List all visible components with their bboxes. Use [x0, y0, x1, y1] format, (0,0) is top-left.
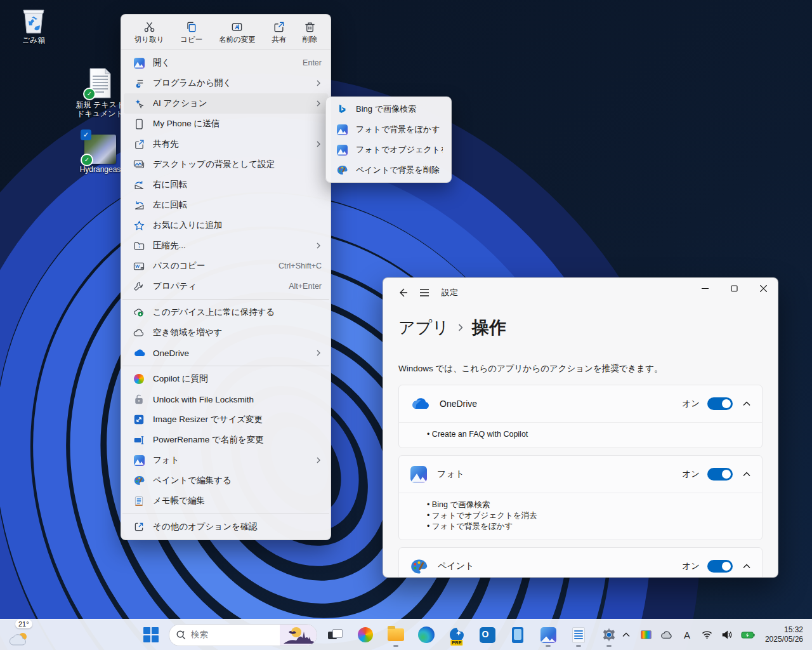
toggle-state-label: オン — [682, 398, 700, 409]
copilot-button[interactable] — [353, 622, 378, 647]
ime-mode-indicator[interactable]: A — [680, 622, 694, 647]
ai-actions-icon — [133, 98, 145, 109]
photos-icon — [133, 455, 145, 466]
paint-icon — [410, 559, 428, 574]
menu-item-photos[interactable]: フォト — [124, 450, 328, 470]
tray-onedrive-icon[interactable] — [660, 622, 674, 647]
menu-item-file-locksmith[interactable]: Unlock with File Locksmith — [124, 389, 328, 409]
phone-link-button[interactable] — [505, 622, 530, 647]
page-description: Windows では、これらのアプリからのアクションを推奨できます。 — [383, 339, 778, 375]
menu-item-rotate-left[interactable]: 左に回転 — [124, 195, 328, 215]
action-item: フォトでオブジェクトを消去 — [427, 510, 750, 521]
menu-item-powerrename[interactable]: PowerRename で名前を変更 — [124, 430, 328, 450]
copy-button[interactable]: コピー — [176, 19, 206, 46]
menu-item-show-more-options[interactable]: その他のオプションを確認 — [124, 517, 328, 537]
clock-date: 2025/05/26 — [765, 635, 803, 644]
start-button[interactable] — [138, 622, 164, 647]
action-item: Bing で画像検索 — [427, 500, 750, 510]
menu-item-set-as-background[interactable]: デスクトップの背景として設定 — [124, 154, 328, 175]
navigation-menu-button[interactable] — [414, 283, 435, 302]
submenu-item-bing-visual-search[interactable]: Bing で画像検索 — [328, 99, 449, 119]
favorites-star-icon — [133, 220, 145, 231]
back-button[interactable] — [392, 283, 414, 302]
photos-icon — [336, 124, 348, 135]
tray-chevron-up[interactable] — [619, 622, 633, 647]
card-photos-header[interactable]: フォト オン — [399, 456, 762, 493]
maximize-button[interactable] — [719, 278, 749, 299]
menu-item-edit-with-notepad[interactable]: メモ帳で編集 — [124, 491, 328, 511]
photos-button[interactable] — [535, 622, 561, 647]
menu-item-open-with[interactable]: プログラムから開く — [124, 73, 328, 93]
submenu-item-photos-erase-objects[interactable]: フォトでオブジェクトを消去 — [328, 140, 449, 160]
menu-item-onedrive[interactable]: OneDrive — [124, 343, 328, 363]
settings-window: 設定 アプリ 操作 Windows では、これらのアプリからのアクションを推奨で… — [383, 277, 778, 578]
rotate-right-icon — [133, 180, 145, 190]
rename-icon: A — [231, 21, 243, 33]
menu-item-compress-to[interactable]: 圧縮先... — [124, 235, 328, 256]
menu-separator — [122, 514, 329, 514]
menu-item-ai-actions[interactable]: AI アクション — [124, 93, 328, 114]
task-view-button[interactable] — [322, 622, 348, 647]
settings-button[interactable] — [596, 622, 622, 647]
menu-item-rotate-right[interactable]: 右に回転 — [124, 175, 328, 195]
menu-item-share-to[interactable]: 共有先 — [124, 134, 328, 154]
menu-item-always-keep-on-device[interactable]: このデバイス上に常に保持する — [124, 302, 328, 322]
battery-icon[interactable] — [741, 622, 755, 647]
toggle-state-label: オン — [682, 468, 700, 480]
outlook-button[interactable] — [475, 622, 500, 647]
volume-icon[interactable] — [721, 622, 735, 647]
notepad-button[interactable] — [566, 622, 591, 647]
card-photos-actions: Bing で画像検索 フォトでオブジェクトを消去 フォトで背景をぼかす — [399, 493, 762, 540]
share-icon — [133, 139, 145, 150]
close-button[interactable] — [749, 278, 778, 299]
chevron-up-icon[interactable] — [743, 564, 750, 569]
clock[interactable]: 15:32 2025/05/26 — [761, 625, 807, 644]
wifi-icon[interactable] — [700, 622, 714, 647]
minimize-button[interactable] — [690, 278, 719, 299]
photos-icon — [410, 466, 427, 482]
delete-button[interactable]: 削除 — [299, 19, 321, 46]
menu-item-add-to-favorites[interactable]: お気に入りに追加 — [124, 215, 328, 235]
menu-item-open[interactable]: 開く Enter — [124, 53, 328, 73]
settings-gear-icon — [601, 627, 617, 643]
breadcrumb-apps[interactable]: アプリ — [398, 317, 449, 339]
menu-separator — [122, 299, 329, 300]
desktop-icon-recycle-bin[interactable]: ごみ箱 — [6, 5, 61, 44]
onedrive-toggle[interactable] — [707, 397, 733, 410]
image-resizer-icon — [133, 415, 145, 425]
copilot-icon — [133, 374, 145, 384]
cloud-outline-icon — [133, 329, 145, 337]
chevron-up-icon[interactable] — [743, 472, 750, 477]
toggle-state-label: オン — [682, 560, 700, 572]
window-title: 設定 — [442, 287, 458, 298]
preview-app-button[interactable]: PRE — [444, 622, 469, 647]
tray-display-app-icon[interactable] — [639, 622, 653, 647]
submenu-item-paint-remove-background[interactable]: ペイントで背景を削除 — [328, 160, 449, 180]
rename-button[interactable]: A 名前の変更 — [215, 19, 259, 46]
submenu-item-photos-blur-background[interactable]: フォトで背景をぼかす — [328, 119, 449, 140]
menu-item-send-to-my-phone[interactable]: My Phone に送信 — [124, 114, 328, 134]
widgets-weather-button[interactable]: 21° — [6, 621, 44, 649]
menu-item-properties[interactable]: プロパティ Alt+Enter — [124, 276, 328, 296]
photos-toggle[interactable] — [707, 468, 733, 481]
menu-item-copy-path[interactable]: パスのコピー Ctrl+Shift+C — [124, 256, 328, 276]
share-button[interactable]: 共有 — [268, 19, 290, 46]
file-explorer-button[interactable] — [383, 622, 409, 647]
edge-button[interactable] — [414, 622, 439, 647]
breadcrumb: アプリ 操作 — [383, 307, 778, 339]
edge-icon — [418, 627, 435, 643]
menu-item-ask-copilot[interactable]: Copilot に質問 — [124, 369, 328, 389]
menu-item-image-resizer[interactable]: Image Resizer でサイズ変更 — [124, 409, 328, 430]
search-highlight-art — [280, 625, 317, 646]
menu-item-edit-with-paint[interactable]: ペイントで編集する — [124, 470, 328, 491]
chevron-up-icon[interactable] — [743, 401, 750, 406]
menu-item-free-up-space[interactable]: 空き領域を増やす — [124, 322, 328, 343]
card-paint-header[interactable]: ペイント オン — [399, 548, 762, 578]
cut-button[interactable]: 切り取り — [131, 19, 168, 46]
search-box[interactable]: 検索 — [169, 624, 317, 646]
card-onedrive-header[interactable]: OneDrive オン — [399, 385, 762, 422]
copy-icon — [185, 21, 197, 33]
chevron-right-icon — [315, 80, 322, 86]
more-options-icon — [133, 522, 145, 532]
paint-toggle[interactable] — [707, 560, 733, 573]
